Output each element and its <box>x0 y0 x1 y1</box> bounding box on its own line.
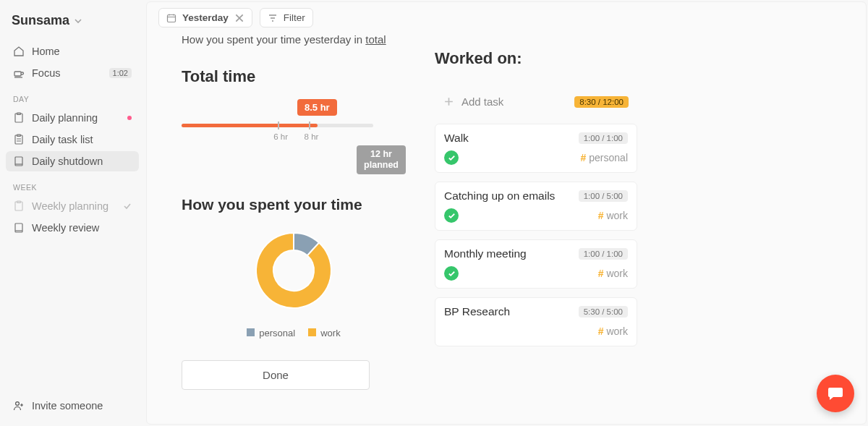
plus-icon <box>443 96 454 107</box>
chevron-down-icon <box>74 17 82 25</box>
worked-on-heading: Worked on: <box>435 49 637 68</box>
check-icon <box>123 202 132 210</box>
task-time-chip: 1:00 / 5:00 <box>579 190 628 202</box>
task-title: Catching up on emails <box>444 189 555 203</box>
filter-label: Filter <box>284 12 305 23</box>
task-card[interactable]: Catching up on emails1:00 / 5:00#work <box>435 182 637 231</box>
task-title: Monthly meeting <box>444 247 527 260</box>
summary-scope-link[interactable]: total <box>365 33 386 46</box>
clipboard-icon <box>13 112 25 124</box>
invite-label: Invite someone <box>32 400 103 412</box>
add-task-row[interactable]: Add task 8:30 / 12:00 <box>435 88 637 115</box>
notebook-icon <box>13 222 25 234</box>
nav-daily-planning[interactable]: Daily planning <box>6 108 139 128</box>
task-complete-check[interactable] <box>444 266 459 281</box>
hash-icon: # <box>581 152 587 163</box>
workspace-switcher[interactable]: Sunsama <box>6 10 139 41</box>
worked-on-column: Worked on: Add task 8:30 / 12:00 Walk1:0… <box>435 33 637 390</box>
total-time-chip: 8:30 / 12:00 <box>574 96 629 108</box>
tick-8hr-label: 8 hr <box>305 132 319 141</box>
filter-chip[interactable]: Filter <box>260 8 313 27</box>
nav-home[interactable]: Home <box>6 41 139 61</box>
section-header-day: DAY <box>6 83 139 108</box>
coffee-icon <box>13 67 25 79</box>
nav-label: Daily shutdown <box>32 156 132 167</box>
nav-label: Daily task list <box>32 134 132 145</box>
nav-label: Focus <box>32 67 102 79</box>
nav-label: Daily planning <box>32 112 120 124</box>
tick-6hr-label: 6 hr <box>273 132 288 141</box>
legend-personal: personal <box>247 328 295 338</box>
task-tag[interactable]: #work <box>598 268 628 279</box>
task-time-chip: 1:00 / 1:00 <box>579 132 628 144</box>
clipboard-icon <box>13 200 25 212</box>
time-donut-chart <box>247 223 341 318</box>
notebook-icon <box>13 156 25 167</box>
progress-track <box>182 124 373 127</box>
task-complete-check[interactable] <box>444 208 459 223</box>
nav-daily-task-list[interactable]: Daily task list <box>6 129 139 150</box>
filter-icon <box>268 13 278 23</box>
intercom-launcher[interactable] <box>817 375 854 412</box>
nav-label: Home <box>32 46 132 57</box>
task-time-chip: 1:00 / 1:00 <box>579 248 628 260</box>
time-spent-heading: How you spent your time <box>182 196 406 213</box>
chat-icon <box>827 385 844 402</box>
summary-column: How you spent your time yesterday in tot… <box>182 33 406 390</box>
total-time-heading: Total time <box>182 67 406 86</box>
chart-legend: personal work <box>247 328 340 338</box>
summary-sentence: How you spent your time yesterday in tot… <box>182 33 406 46</box>
progress-fill <box>182 124 318 127</box>
svg-rect-10 <box>168 14 176 22</box>
calendar-icon <box>166 13 176 23</box>
topbar: Yesterday Filter <box>158 8 854 27</box>
hash-icon: # <box>598 210 604 221</box>
svg-rect-0 <box>14 72 21 76</box>
total-time-progress: 8.5 hr 6 hr 8 hr 12 hr planned <box>182 99 406 179</box>
task-card[interactable]: BP Research5:30 / 5:00#work <box>435 297 637 346</box>
tick-6hr <box>278 122 279 129</box>
actual-hours-pill: 8.5 hr <box>297 99 337 116</box>
task-complete-placeholder <box>444 324 459 338</box>
close-icon[interactable] <box>234 13 244 23</box>
date-chip-label: Yesterday <box>182 12 229 23</box>
task-title: BP Research <box>444 305 510 318</box>
task-card[interactable]: Walk1:00 / 1:00#personal <box>435 124 637 173</box>
hash-icon: # <box>598 268 604 279</box>
task-tag[interactable]: #work <box>598 325 628 337</box>
nav-label: Weekly review <box>32 222 132 234</box>
task-title: Walk <box>444 132 469 145</box>
section-header-week: WEEK <box>6 171 139 196</box>
legend-work: work <box>308 328 340 338</box>
svg-point-9 <box>16 402 20 406</box>
task-time-chip: 5:30 / 5:00 <box>579 306 628 318</box>
clipboard-list-icon <box>13 134 25 145</box>
task-tag[interactable]: #work <box>598 210 628 221</box>
donut-slice-work <box>256 233 331 308</box>
done-button[interactable]: Done <box>182 360 370 390</box>
nav-weekly-planning[interactable]: Weekly planning <box>6 196 139 216</box>
date-chip[interactable]: Yesterday <box>158 8 252 27</box>
nav-daily-shutdown[interactable]: Daily shutdown <box>6 151 139 171</box>
notification-dot <box>127 116 132 120</box>
brand-name: Sunsama <box>12 13 69 28</box>
tick-8hr <box>309 122 310 129</box>
invite-someone[interactable]: Invite someone <box>6 396 139 416</box>
add-task-label: Add task <box>461 95 503 108</box>
home-icon <box>13 46 25 57</box>
sidebar: Sunsama Home Focus 1:02 DAY Daily planni… <box>0 0 145 426</box>
main-panel: Yesterday Filter How you spent your time… <box>146 1 867 425</box>
nav-focus[interactable]: Focus 1:02 <box>6 63 139 83</box>
person-plus-icon <box>13 400 25 412</box>
nav-label: Weekly planning <box>32 200 116 212</box>
focus-timer-badge: 1:02 <box>109 68 132 78</box>
planned-hours-pill: 12 hr planned <box>357 145 406 174</box>
task-card[interactable]: Monthly meeting1:00 / 1:00#work <box>435 239 637 289</box>
task-tag[interactable]: #personal <box>581 152 629 163</box>
hash-icon: # <box>598 325 604 337</box>
task-complete-check[interactable] <box>444 150 459 165</box>
nav-weekly-review[interactable]: Weekly review <box>6 218 139 238</box>
